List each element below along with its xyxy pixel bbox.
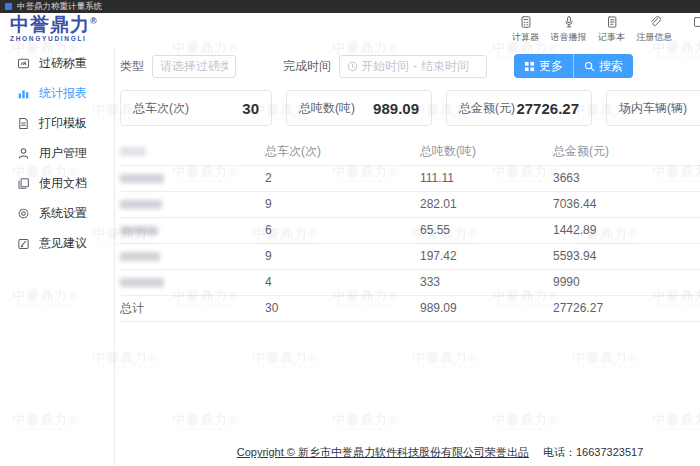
filter-actions: 更多 搜索: [514, 54, 633, 78]
table-total-row: 总计30989.0927726.27: [120, 295, 700, 321]
sidebar-item-user-management[interactable]: 用户管理: [0, 138, 114, 168]
blurred-name: [120, 226, 158, 235]
cell-trips: 4: [265, 269, 420, 295]
calculator-label: 计算器: [512, 31, 539, 44]
edit-feedback-icon: [17, 237, 30, 250]
header-toolbar: 计算器 语音播报 记事本 注册信息: [507, 15, 700, 44]
microphone-icon: [562, 15, 576, 29]
sidebar-nav: 过磅称重 统计报表 打印模板 用户管理 使用文档 系统设置 意见建议: [0, 48, 115, 466]
cell-tons: 65.55: [420, 217, 553, 243]
notebook-icon: [605, 15, 619, 29]
cell-amount: 7036.44: [553, 191, 700, 217]
search-icon: [584, 61, 595, 72]
brand-watermark: 中誉鼎力®ZHONGYUDINGLI: [412, 351, 479, 370]
voice-broadcast-label: 语音播报: [551, 31, 587, 44]
voice-broadcast-button[interactable]: 语音播报: [550, 15, 587, 44]
card-total-trips: 总车次(次) 30: [120, 90, 272, 126]
cell-name-blurred: [120, 269, 265, 295]
blurred-name: [120, 278, 164, 287]
sidebar-item-label: 打印模板: [39, 115, 87, 132]
window-titlebar: 中誉鼎力称重计量系统: [0, 0, 700, 13]
sidebar-item-statistics[interactable]: 统计报表: [0, 78, 114, 108]
cell-tons: 111.11: [420, 165, 553, 191]
date-range-picker[interactable]: -: [339, 55, 487, 78]
link-icon: [648, 15, 662, 29]
page-footer: Copyright © 新乡市中誉鼎力软件科技股份有限公司荣誉出品电话：1663…: [160, 445, 700, 460]
table-row: 9197.425593.94: [120, 243, 700, 269]
app-icon: [5, 3, 12, 10]
cell-trips: 9: [265, 243, 420, 269]
finish-time-label: 完成时间: [283, 58, 331, 75]
header-name-column: [120, 139, 265, 165]
sidebar-item-label: 系统设置: [39, 205, 87, 222]
more-tools-icon: [691, 15, 700, 29]
cell-tons: 197.42: [420, 243, 553, 269]
footer-phone: 电话：16637323517: [543, 446, 643, 458]
copyright-link[interactable]: Copyright © 新乡市中誉鼎力软件科技股份有限公司荣誉出品: [237, 446, 529, 458]
user-icon: [17, 147, 30, 160]
more-tools-button-clipped[interactable]: [679, 15, 700, 44]
grid-icon: [524, 61, 535, 72]
table-row: 9282.017036.44: [120, 191, 700, 217]
cell-name-blurred: [120, 243, 265, 269]
sidebar-item-label: 统计报表: [39, 85, 87, 102]
table-row: 2111.113663: [120, 165, 700, 191]
cell-amount: 9990: [553, 269, 700, 295]
calculator-button[interactable]: 计算器: [507, 15, 544, 44]
cell-amount: 5593.94: [553, 243, 700, 269]
summary-cards: 总车次(次) 30 总吨数(吨) 989.09 总金额(元) 27726.27 …: [120, 90, 700, 126]
header-tons-column: 总吨数(吨): [420, 139, 553, 165]
cell-name-blurred: [120, 165, 265, 191]
brand-logo: 中誉鼎力® ZHONGYUDINGLI: [10, 15, 98, 42]
card-vehicles-on-site: 场内车辆(辆): [606, 90, 700, 126]
brand-watermark: 中誉鼎力®ZHONGYUDINGLI: [332, 413, 399, 432]
gear-icon: [17, 207, 30, 220]
cell-tons: 333: [420, 269, 553, 295]
brand-watermark: 中誉鼎力®ZHONGYUDINGLI: [652, 413, 700, 432]
cell-amount: 3663: [553, 165, 700, 191]
document-icon: [17, 117, 30, 130]
sidebar-item-feedback[interactable]: 意见建议: [0, 228, 114, 258]
brand-watermark: 中誉鼎力®ZHONGYUDINGLI: [172, 413, 239, 432]
brand-name: 中誉鼎力: [10, 14, 90, 35]
brand-watermark: 中誉鼎力®ZHONGYUDINGLI: [572, 351, 639, 370]
header-trips-column: 总车次(次): [265, 139, 420, 165]
statistics-table: 总车次(次) 总吨数(吨) 总金额(元) 2111.1136639282.017…: [120, 139, 700, 322]
blurred-name: [120, 252, 160, 261]
weigh-type-select[interactable]: [152, 55, 236, 78]
cell-tons: 282.01: [420, 191, 553, 217]
brand-subtitle: ZHONGYUDINGLI: [10, 35, 98, 42]
sidebar-item-print-template[interactable]: 打印模板: [0, 108, 114, 138]
header-amount-column: 总金额(元): [553, 139, 700, 165]
sidebar-item-system-settings[interactable]: 系统设置: [0, 198, 114, 228]
search-button[interactable]: 搜索: [573, 54, 633, 78]
cell-trips: 6: [265, 217, 420, 243]
cell-name-blurred: [120, 217, 265, 243]
brand-watermark: 中誉鼎力®ZHONGYUDINGLI: [492, 413, 559, 432]
sidebar-item-weighing[interactable]: 过磅称重: [0, 48, 114, 78]
weighbridge-icon: [17, 57, 30, 70]
notebook-button[interactable]: 记事本: [593, 15, 630, 44]
start-time-input[interactable]: [358, 59, 412, 73]
sidebar-item-label: 用户管理: [39, 145, 87, 162]
blurred-name: [120, 200, 162, 209]
cell-trips: 2: [265, 165, 420, 191]
card-total-amount: 总金额(元) 27726.27: [446, 90, 592, 126]
table-row: 43339990: [120, 269, 700, 295]
filter-bar: 类型 完成时间 - 更多 搜索: [120, 54, 700, 78]
sidebar-item-label: 意见建议: [39, 235, 87, 252]
window-title: 中誉鼎力称重计量系统: [17, 1, 102, 13]
cell-amount: 1442.89: [553, 217, 700, 243]
main-content: 类型 完成时间 - 更多 搜索 总车次(次) 30 总吨数(吨) 989: [115, 48, 700, 322]
brand-watermark: 中誉鼎力®ZHONGYUDINGLI: [252, 351, 319, 370]
register-info-button[interactable]: 注册信息: [636, 15, 673, 44]
calculator-icon: [519, 15, 533, 29]
sidebar-item-usage-docs[interactable]: 使用文档: [0, 168, 114, 198]
copy-docs-icon: [17, 177, 30, 190]
total-value: 27726.27: [553, 295, 700, 321]
total-value: 30: [265, 295, 420, 321]
cell-name-blurred: [120, 191, 265, 217]
notebook-label: 记事本: [598, 31, 625, 44]
more-filters-button[interactable]: 更多: [514, 54, 573, 78]
end-time-input[interactable]: [418, 59, 472, 73]
